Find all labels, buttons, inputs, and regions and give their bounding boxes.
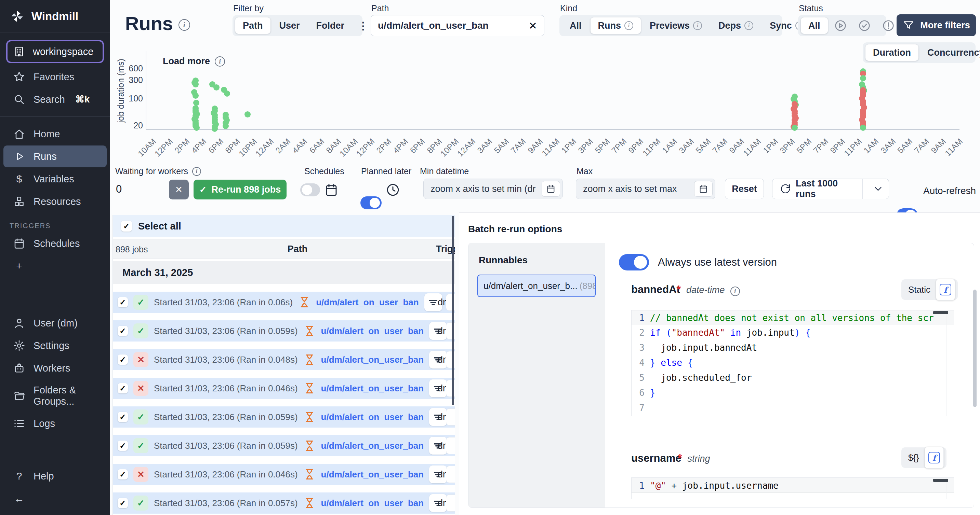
javascript-mode-button[interactable]: f bbox=[924, 447, 944, 469]
reset-button[interactable]: Reset bbox=[725, 179, 764, 199]
row-path-link[interactable]: u/dm/alert_on_user_ban bbox=[316, 297, 419, 308]
scatter-dot-success[interactable] bbox=[192, 81, 199, 87]
status-option-check-circle[interactable] bbox=[853, 17, 876, 34]
path-input[interactable]: u/dm/alert_on_user_ban ✕ bbox=[371, 15, 544, 36]
kind-option-all[interactable]: All bbox=[562, 17, 589, 34]
row-path-link[interactable]: u/dm/alert_on_user_ban bbox=[321, 383, 424, 394]
sidebar-item-runs[interactable]: Runs bbox=[3, 146, 107, 167]
row-path-link[interactable]: u/dm/alert_on_user_ban bbox=[321, 412, 424, 422]
sidebar-item-settings[interactable]: Settings bbox=[3, 335, 107, 357]
kind-info-icon[interactable]: i bbox=[624, 21, 633, 30]
sidebar-item-folders-groups[interactable]: Folders & Groups... bbox=[3, 380, 107, 412]
latest-version-toggle[interactable] bbox=[619, 254, 649, 271]
planned-later-toggle[interactable] bbox=[360, 196, 382, 209]
editor-scrollbar[interactable] bbox=[933, 311, 948, 314]
field-info-icon[interactable]: i bbox=[730, 287, 740, 296]
brand[interactable]: Windmill bbox=[0, 0, 110, 32]
row-checkbox[interactable]: ✓ bbox=[118, 355, 128, 365]
last-runs-button[interactable]: Last 1000 runs bbox=[772, 179, 889, 199]
scatter-dot-success[interactable] bbox=[194, 125, 200, 131]
max-calendar-button[interactable] bbox=[694, 181, 713, 197]
scatter-dot-success[interactable] bbox=[192, 93, 199, 99]
row-checkbox[interactable]: ✓ bbox=[118, 383, 128, 393]
filter-by-kebab-icon[interactable]: ⋮ bbox=[353, 17, 373, 34]
sidebar-item-schedules[interactable]: Schedules bbox=[3, 233, 107, 254]
sidebar-item-workers[interactable]: Workers bbox=[3, 357, 107, 379]
kind-option-previews[interactable]: Previewsi bbox=[642, 17, 710, 34]
row-checkbox[interactable]: ✓ bbox=[118, 441, 128, 451]
javascript-mode-button[interactable]: f bbox=[936, 279, 955, 301]
status-option-play-circle[interactable] bbox=[829, 17, 852, 34]
chart-mode-option-concurrency[interactable]: Concurrency bbox=[920, 44, 980, 61]
sidebar-item-home[interactable]: Home bbox=[3, 123, 107, 145]
status-option-alert-circle[interactable] bbox=[877, 17, 900, 34]
sidebar-item-collapse[interactable]: ← bbox=[3, 488, 107, 510]
clock-icon[interactable] bbox=[386, 183, 400, 197]
select-all-bar[interactable]: ✓ Select all bbox=[113, 215, 455, 237]
row-path-link[interactable]: u/dm/alert_on_user_ban bbox=[321, 355, 424, 365]
table-scrollbar[interactable] bbox=[452, 216, 454, 405]
min-calendar-button[interactable] bbox=[542, 181, 560, 197]
max-datetime-input[interactable]: zoom x axis to set max bbox=[576, 179, 715, 199]
bannedat-code-editor[interactable]: 1// bannedAt does not exist on all versi… bbox=[631, 310, 954, 416]
table-row[interactable]: ✓ ✓ Started 31/03, 23:06 (Ran in 0.06s) … bbox=[113, 292, 455, 313]
row-checkbox[interactable]: ✓ bbox=[118, 412, 128, 422]
table-row[interactable]: ✓ ✓ Started 31/03, 23:06 (Ran in 0.059s)… bbox=[113, 435, 455, 456]
template-mode-option[interactable]: ${} bbox=[908, 453, 919, 463]
row-path-link[interactable]: u/dm/alert_on_user_ban bbox=[321, 498, 424, 509]
chevron-down-icon[interactable] bbox=[872, 183, 884, 195]
waiting-info-icon[interactable]: i bbox=[192, 167, 201, 176]
rerun-jobs-button[interactable]: ✓ Re-run 898 jobs bbox=[194, 180, 286, 200]
row-more-button[interactable] bbox=[446, 466, 455, 483]
table-row[interactable]: ✓ ✕ Started 31/03, 23:06 (Ran in 0.046s)… bbox=[113, 464, 455, 485]
scatter-dot-success[interactable] bbox=[212, 126, 218, 132]
row-checkbox[interactable]: ✓ bbox=[118, 498, 128, 508]
row-more-button[interactable] bbox=[446, 437, 455, 454]
scatter-dot-success[interactable] bbox=[245, 111, 251, 117]
kind-option-deps[interactable]: Depsi bbox=[711, 17, 761, 34]
chart-mode-option-duration[interactable]: Duration bbox=[865, 44, 918, 61]
min-datetime-input[interactable]: zoom x axis to set min (dr bbox=[423, 179, 563, 199]
sidebar-item-help[interactable]: ?Help bbox=[3, 465, 107, 487]
kind-option-runs[interactable]: Runsi bbox=[590, 17, 641, 34]
sidebar-item-favorites[interactable]: Favorites bbox=[3, 66, 107, 88]
more-filters-button[interactable]: More filters bbox=[897, 14, 976, 36]
table-row[interactable]: ✓ ✓ Started 31/03, 23:06 (Ran in 0.057s)… bbox=[113, 493, 455, 513]
table-row[interactable]: ✓ ✓ Started 31/03, 23:06 (Ran in 0.059s)… bbox=[113, 406, 455, 428]
clear-path-icon[interactable]: ✕ bbox=[529, 20, 537, 32]
sidebar-item-user[interactable]: User (dm) bbox=[3, 312, 107, 334]
table-row[interactable]: ✓ ✕ Started 31/03, 23:06 (Ran in 0.046s)… bbox=[113, 378, 455, 399]
sidebar-item-variables[interactable]: $Variables bbox=[3, 168, 107, 190]
row-more-button[interactable] bbox=[446, 409, 455, 426]
static-mode-option[interactable]: Static bbox=[908, 284, 931, 295]
scatter-dot-success[interactable] bbox=[223, 123, 229, 129]
scatter-dot-success[interactable] bbox=[860, 75, 866, 81]
row-path-link[interactable]: u/dm/alert_on_user_ban bbox=[321, 469, 424, 480]
row-checkbox[interactable]: ✓ bbox=[118, 326, 128, 336]
sidebar-item-logs[interactable]: Logs bbox=[3, 412, 107, 434]
scatter-dot-success[interactable] bbox=[792, 125, 798, 131]
status-option-all[interactable]: All bbox=[801, 17, 828, 34]
workspace-switcher[interactable]: workingspace bbox=[6, 40, 104, 63]
runs-info-icon[interactable]: i bbox=[178, 19, 190, 31]
sidebar-item-add-trigger[interactable]: + bbox=[3, 255, 107, 277]
row-checkbox[interactable]: ✓ bbox=[118, 469, 128, 480]
row-more-button[interactable] bbox=[446, 494, 455, 512]
select-all-checkbox[interactable]: ✓ bbox=[121, 220, 132, 231]
kind-info-icon[interactable]: i bbox=[693, 21, 702, 30]
filter-by-option-path[interactable]: Path bbox=[235, 17, 270, 34]
editor-scrollbar[interactable] bbox=[933, 479, 948, 482]
scatter-dot-success[interactable] bbox=[860, 125, 866, 131]
filter-by-option-user[interactable]: User bbox=[272, 17, 307, 34]
sidebar-item-resources[interactable]: Resources bbox=[3, 190, 107, 212]
table-row[interactable]: ✓ ✓ Started 31/03, 23:06 (Ran in 0.059s)… bbox=[113, 320, 455, 342]
duration-scatter-chart[interactable] bbox=[146, 51, 959, 130]
schedules-toggle[interactable] bbox=[300, 184, 320, 196]
schedules-calendar-icon[interactable] bbox=[324, 183, 339, 197]
filter-by-option-folder[interactable]: Folder bbox=[309, 17, 352, 34]
cancel-selection-button[interactable]: ✕ bbox=[169, 180, 189, 200]
username-code-editor[interactable]: 1"@" + job.input.username bbox=[631, 477, 954, 499]
scatter-dot-success[interactable] bbox=[224, 90, 230, 97]
sidebar-item-search[interactable]: Search⌘k bbox=[3, 89, 107, 110]
row-path-link[interactable]: u/dm/alert_on_user_ban bbox=[321, 441, 424, 451]
